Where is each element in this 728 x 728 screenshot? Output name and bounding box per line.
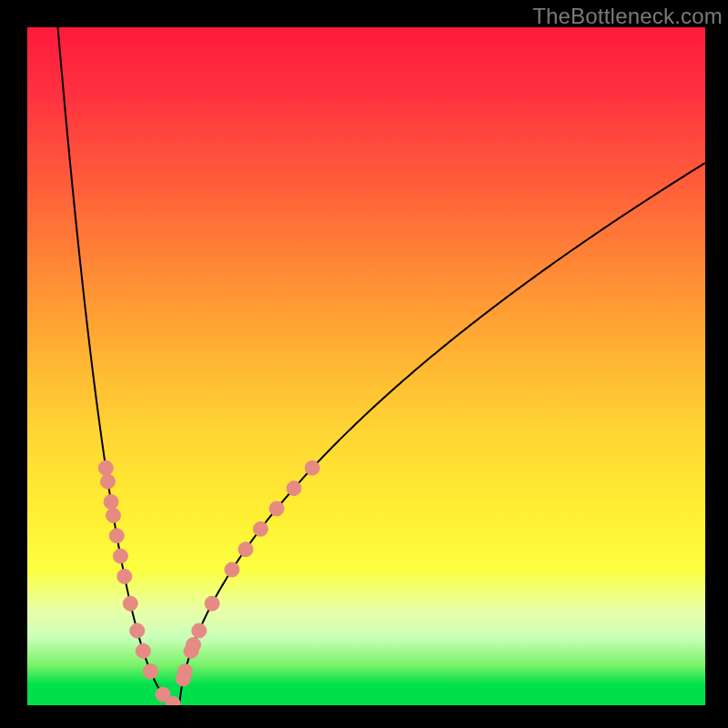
data-marker xyxy=(113,549,127,563)
data-marker xyxy=(123,596,137,611)
data-marker xyxy=(136,643,150,658)
chart-svg xyxy=(27,27,705,705)
data-marker xyxy=(187,638,201,652)
data-marker xyxy=(238,542,253,557)
data-marker xyxy=(109,529,124,543)
data-marker xyxy=(269,501,284,516)
data-marker xyxy=(205,596,219,611)
chart-frame: TheBottleneck.com xyxy=(0,0,728,728)
data-marker xyxy=(106,508,120,522)
data-marker xyxy=(253,521,268,536)
data-marker xyxy=(176,672,190,686)
data-marker xyxy=(101,474,116,489)
data-marker xyxy=(143,664,157,679)
data-marker xyxy=(225,562,239,577)
data-marker xyxy=(98,460,113,475)
data-marker xyxy=(104,495,118,510)
data-marker xyxy=(192,623,207,638)
bottleneck-curve xyxy=(58,27,705,705)
data-marker xyxy=(287,481,301,496)
data-marker xyxy=(130,623,145,638)
data-marker xyxy=(305,460,319,475)
watermark-text: TheBottleneck.com xyxy=(532,4,723,29)
data-marker xyxy=(117,569,132,583)
